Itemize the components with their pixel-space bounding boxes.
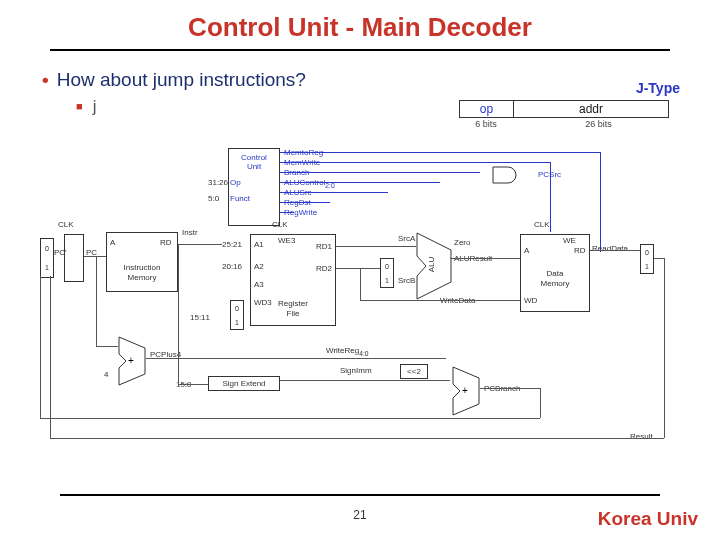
- srcb-label: SrcB: [398, 276, 415, 285]
- page-number: 21: [353, 508, 366, 522]
- jtype-table: op addr: [459, 100, 669, 118]
- datapath-diagram: 0 1 PC' PC CLK Instruction Memory A RD I…: [40, 148, 680, 458]
- rf-a2: A2: [254, 262, 264, 271]
- bullet-sub-text: j: [93, 97, 97, 116]
- adder-pcplus4: +: [118, 336, 146, 386]
- adder-pcbranch: +: [452, 366, 480, 416]
- mux-1: 1: [645, 263, 649, 270]
- bits-5-0: 5:0: [208, 194, 219, 203]
- bits-31-26: 31:26: [208, 178, 228, 187]
- mux-1: 1: [385, 277, 389, 284]
- readdata-label: ReadData: [592, 244, 628, 253]
- bits-20-16: 20:16: [222, 262, 242, 271]
- zero-label: Zero: [454, 238, 470, 247]
- sig-alucontrol: ALUControl2:0: [284, 178, 335, 189]
- and-gate-icon: [492, 166, 524, 184]
- const-4: 4: [104, 370, 108, 379]
- jtype-bits-addr: 26 bits: [513, 119, 684, 129]
- imem-a: A: [110, 238, 115, 247]
- shift-left-2: <<2: [400, 364, 428, 379]
- jtype-format-box: J-Type op addr 6 bits 26 bits: [459, 82, 684, 129]
- clk-dmem: CLK: [534, 220, 550, 229]
- footer-brand: Korea Univ: [598, 508, 698, 530]
- rf-a1: A1: [254, 240, 264, 249]
- mux-0: 0: [385, 263, 389, 270]
- rf-rd2: RD2: [316, 264, 332, 273]
- jtype-op-cell: op: [460, 101, 514, 118]
- rf-wd3: WD3: [254, 298, 272, 307]
- bullet-main-text: How about jump instructions?: [57, 69, 306, 90]
- mux-0: 0: [45, 245, 49, 252]
- mux-0: 0: [235, 305, 239, 312]
- clk-pc: CLK: [58, 220, 74, 229]
- pc-register: [64, 234, 84, 282]
- bullet-dot-icon: •: [42, 69, 49, 90]
- mux-1: 1: [45, 264, 49, 271]
- rf-we3: WE3: [278, 236, 295, 245]
- divider-top: [50, 49, 670, 51]
- writereg-label: WriteReg4:0: [326, 346, 368, 357]
- dmem-we: WE: [563, 236, 576, 245]
- pc-src-mux: 0 1: [40, 238, 54, 278]
- rf-a3: A3: [254, 280, 264, 289]
- slide-title: Control Unit - Main Decoder: [0, 0, 720, 43]
- bits-15-11: 15:11: [190, 313, 210, 322]
- bits-25-21: 25:21: [222, 240, 242, 249]
- sign-extend: Sign Extend: [208, 376, 280, 391]
- signimm-label: SignImm: [340, 366, 372, 375]
- bullet-square-icon: ■: [76, 100, 83, 112]
- mux-0: 0: [645, 249, 649, 256]
- cu-op: Op: [230, 178, 241, 187]
- mux-1: 1: [235, 319, 239, 326]
- jtype-addr-cell: addr: [514, 101, 669, 118]
- pc-prime-label: PC': [54, 248, 67, 257]
- regdst-mux: 0 1: [230, 300, 244, 330]
- jtype-bits-op: 6 bits: [459, 119, 513, 129]
- dmem-rd: RD: [574, 246, 586, 255]
- jtype-label: J-Type: [636, 80, 680, 96]
- clk-rf: CLK: [272, 220, 288, 229]
- instr-label: Instr: [182, 228, 198, 237]
- svg-text:+: +: [462, 385, 468, 396]
- dmem-a: A: [524, 246, 529, 255]
- imem-rd: RD: [160, 238, 172, 247]
- dmem-wd: WD: [524, 296, 537, 305]
- rf-rd1: RD1: [316, 242, 332, 251]
- control-unit: Control Unit: [228, 148, 280, 226]
- svg-text:+: +: [128, 355, 134, 366]
- memtoreg-mux: 0 1: [640, 244, 654, 274]
- alusrc-mux: 0 1: [380, 258, 394, 288]
- cu-funct: Funct: [230, 194, 250, 203]
- srca-label: SrcA: [398, 234, 415, 243]
- alu-label: ALU: [427, 257, 436, 273]
- sig-pcsrc: PCSrc: [538, 170, 561, 179]
- result-label: Result: [630, 432, 653, 441]
- divider-bottom: [60, 494, 660, 496]
